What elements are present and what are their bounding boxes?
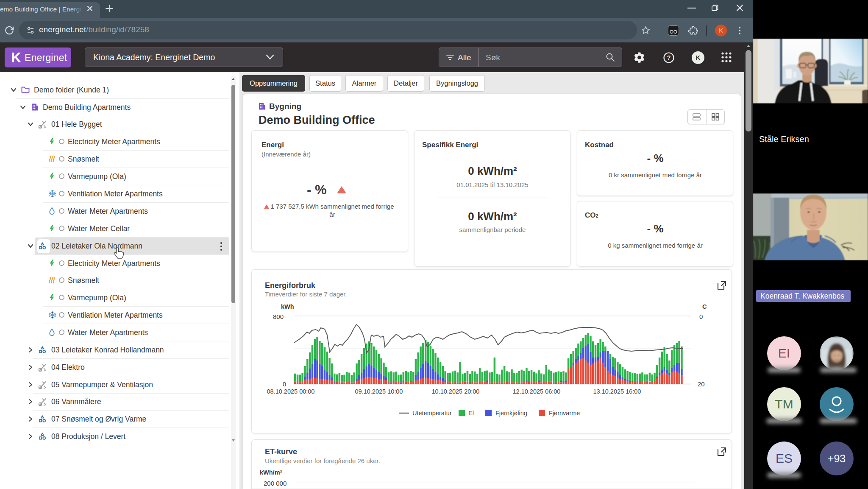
svg-text:13.10.2025 16:00: 13.10.2025 16:00 (593, 388, 641, 395)
svg-text:09.10.2025 10:00: 09.10.2025 10:00 (355, 388, 403, 395)
svg-text:Utetemperatur: Utetemperatur (412, 410, 452, 416)
svg-text:C: C (702, 303, 707, 310)
svg-text:El: El (468, 410, 474, 416)
svg-text:12.10.2025 06:00: 12.10.2025 06:00 (513, 388, 561, 395)
svg-text:800: 800 (273, 313, 284, 320)
svg-text:08.10.2025 00:00: 08.10.2025 00:00 (267, 388, 315, 395)
svg-text:kWh: kWh (281, 303, 294, 310)
svg-text:20: 20 (698, 380, 705, 388)
svg-text:10.10.2025 20:00: 10.10.2025 20:00 (432, 388, 480, 395)
svg-text:?: ? (667, 54, 671, 61)
svg-text:Fjernkjøling: Fjernkjøling (495, 410, 527, 416)
svg-text:0: 0 (283, 380, 286, 388)
svg-text:Fjernvarme: Fjernvarme (549, 410, 580, 416)
svg-text:0: 0 (699, 313, 703, 320)
